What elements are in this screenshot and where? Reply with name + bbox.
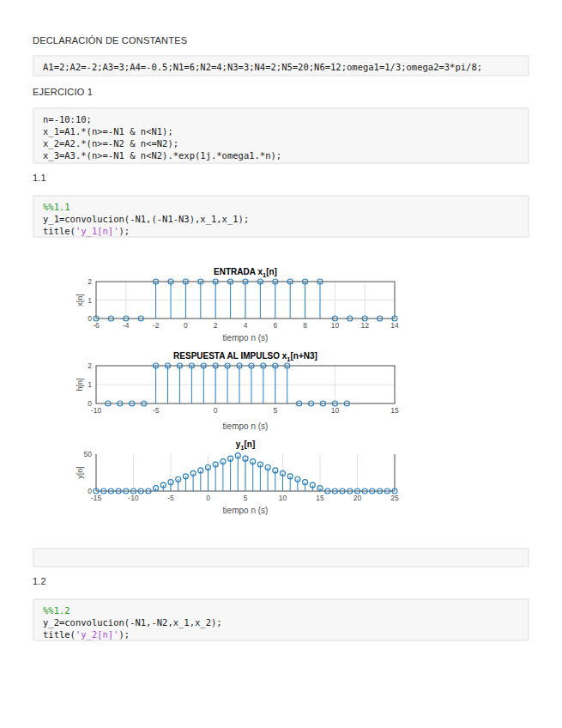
- svg-text:-10: -10: [128, 494, 139, 502]
- gridlines: [96, 366, 395, 403]
- code-block-1-2: %%1.2y_2=convolucion(-N1,-N2,x_1,x_2);ti…: [33, 598, 529, 641]
- code-token-comment: %%1.1: [43, 202, 70, 212]
- svg-text:0: 0: [88, 314, 92, 323]
- stem-plot-2: -10-5051015012tiempo n (s)h[n]RESPUESTA …: [76, 351, 399, 431]
- tick-labels: -10-5051015012: [88, 361, 399, 415]
- code-line: x_2=A2.*(n>=-N2 & n<=N2);: [43, 137, 528, 149]
- x-axis-label: tiempo n (s): [223, 506, 269, 515]
- code-line: A1=2;A2=-2;A3=3;A4=-0.5;N1=6;N2=4;N3=3;N…: [43, 61, 528, 73]
- svg-text:-5: -5: [167, 494, 174, 502]
- svg-text:0: 0: [214, 406, 218, 415]
- figure-stem-plots: -6-4-202468101214012tiempo n (s)x[n]ENTR…: [51, 261, 412, 529]
- stem-plot-1: -6-4-202468101214012tiempo n (s)x[n]ENTR…: [76, 267, 399, 343]
- svg-text:15: 15: [390, 406, 399, 415]
- code-token-code: y_2=convolucion(-N1,-N2,x_1,x_2);: [43, 617, 222, 628]
- code-token-string: 'y_1[n]': [76, 226, 119, 236]
- svg-text:-6: -6: [93, 321, 100, 330]
- plot-title: y1[n]: [236, 440, 256, 452]
- svg-text:5: 5: [273, 406, 277, 415]
- tick-labels: -15-10-50510152025050: [84, 450, 399, 502]
- code-line: y_1=convolucion(-N1,(-N1-N3),x_1,x_1);: [43, 213, 528, 225]
- stem-plot-3: -15-10-50510152025050tiempo n (s)y[n]y1[…: [76, 440, 399, 515]
- svg-text:-15: -15: [91, 494, 102, 502]
- svg-text:25: 25: [390, 494, 399, 502]
- svg-text:6: 6: [273, 321, 277, 330]
- code-token-code: x_1=A1.*(n>=-N1 & n<N1);: [43, 126, 173, 136]
- plot-title: ENTRADA x1[n]: [214, 267, 277, 279]
- svg-text:1: 1: [88, 380, 92, 389]
- svg-text:0: 0: [88, 487, 92, 495]
- svg-text:-5: -5: [153, 406, 160, 415]
- svg-text:10: 10: [279, 494, 287, 502]
- svg-text:8: 8: [303, 321, 307, 330]
- svg-text:0: 0: [88, 399, 92, 408]
- code-token-code: x_2=A2.*(n>=-N2 & n<=N2);: [43, 138, 178, 149]
- code-line: title('y_1[n]');: [43, 225, 528, 237]
- heading-declaracion-constantes: DECLARACIÓN DE CONSTANTES: [33, 35, 187, 46]
- svg-text:4: 4: [244, 321, 248, 330]
- x-axis-label: tiempo n (s): [223, 422, 269, 431]
- svg-text:0: 0: [206, 494, 210, 502]
- code-token-code: );: [119, 226, 130, 236]
- code-block-signal-definitions: n=-10:10;x_1=A1.*(n>=-N1 & n<N1);x_2=A2.…: [33, 107, 529, 164]
- code-token-code: y_1=convolucion(-N1,(-N1-N3),x_1,x_1);: [43, 214, 249, 224]
- code-block-1-1: %%1.1y_1=convolucion(-N1,(-N1-N3),x_1,x_…: [33, 195, 529, 238]
- code-block-constants: A1=2;A2=-2;A3=3;A4=-0.5;N1=6;N2=4;N3=3;N…: [33, 55, 529, 76]
- heading-ejercicio-1: EJERCICIO 1: [33, 87, 93, 97]
- published-script-page: { "headings": { "constants": "DECLARACIÓ…: [0, 0, 562, 728]
- code-line: %%1.2: [43, 604, 528, 616]
- svg-text:-10: -10: [91, 406, 102, 415]
- svg-text:10: 10: [331, 406, 340, 415]
- svg-text:5: 5: [244, 494, 248, 502]
- svg-text:10: 10: [331, 321, 340, 330]
- heading-section-1-1: 1.1: [33, 173, 46, 183]
- plot-title: RESPUESTA AL IMPULSO x1[n+N3]: [173, 351, 317, 363]
- svg-text:2: 2: [214, 321, 218, 330]
- svg-text:2: 2: [88, 277, 92, 286]
- svg-text:0: 0: [184, 321, 188, 330]
- code-block-empty-output: [33, 548, 529, 567]
- code-line: title('y_2[n]');: [43, 628, 528, 640]
- code-line: %%1.1: [43, 201, 528, 213]
- code-token-code: A1=2;A2=-2;A3=3;A4=-0.5;N1=6;N2=4;N3=3;N…: [43, 62, 482, 72]
- heading-section-1-2: 1.2: [33, 576, 46, 586]
- x-axis-label: tiempo n (s): [223, 333, 269, 343]
- code-token-code: );: [119, 629, 130, 640]
- code-line: x_1=A1.*(n>=-N1 & n<N1);: [43, 125, 528, 137]
- code-line: n=-10:10;: [43, 113, 528, 125]
- svg-text:50: 50: [84, 450, 93, 458]
- svg-text:14: 14: [390, 321, 399, 330]
- stem-plots-svg: -6-4-202468101214012tiempo n (s)x[n]ENTR…: [51, 261, 412, 529]
- svg-text:12: 12: [360, 321, 369, 330]
- svg-text:-2: -2: [153, 321, 160, 330]
- code-token-code: n=-10:10;: [43, 114, 92, 124]
- code-token-code: x_3=A3.*(n>=-N1 & n<N2).*exp(1j.*omega1.…: [43, 150, 281, 161]
- code-line: y_2=convolucion(-N1,-N2,x_1,x_2);: [43, 616, 528, 628]
- code-token-code: title(: [43, 226, 76, 236]
- tick-labels: -6-4-202468101214012: [88, 277, 399, 330]
- code-token-code: title(: [43, 629, 76, 640]
- svg-text:-4: -4: [123, 321, 130, 330]
- svg-text:2: 2: [88, 361, 92, 370]
- code-line: x_3=A3.*(n>=-N1 & n<N2).*exp(1j.*omega1.…: [43, 149, 528, 161]
- svg-text:20: 20: [354, 494, 362, 502]
- y-axis-label: h[n]: [76, 378, 84, 391]
- stem-series: [94, 453, 397, 494]
- svg-text:15: 15: [316, 494, 324, 502]
- y-axis-label: x[n]: [76, 294, 84, 306]
- code-token-string: 'y_2[n]': [76, 629, 119, 640]
- code-token-comment: %%1.2: [43, 605, 70, 616]
- svg-text:1: 1: [88, 296, 92, 305]
- y-axis-label: y[n]: [76, 466, 84, 479]
